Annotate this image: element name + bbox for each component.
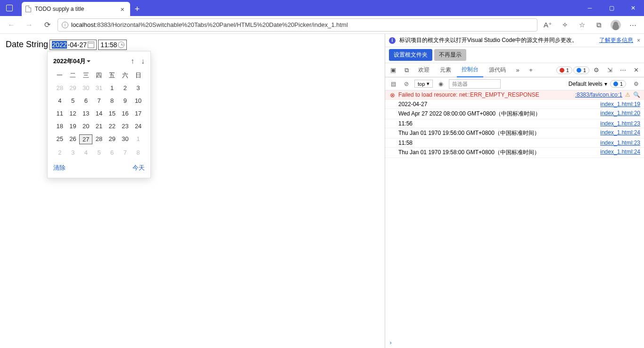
search-icon[interactable]: 🔍 bbox=[633, 91, 640, 98]
calendar-day[interactable]: 13 bbox=[79, 109, 92, 118]
calendar-day[interactable]: 1 bbox=[106, 83, 119, 92]
warning-icon[interactable]: ⚠ bbox=[625, 91, 630, 98]
filter-input[interactable] bbox=[449, 79, 501, 89]
calendar-day[interactable]: 4 bbox=[79, 148, 92, 157]
clear-button[interactable]: 清除 bbox=[53, 164, 66, 172]
source-link[interactable]: :8383/favicon.ico:1 bbox=[575, 91, 622, 98]
browser-tab[interactable]: TODO supply a title × bbox=[22, 2, 130, 16]
tab-overview-button[interactable] bbox=[0, 0, 19, 16]
calendar-day[interactable]: 29 bbox=[106, 134, 119, 144]
calendar-day[interactable]: 30 bbox=[79, 83, 92, 92]
console-settings-icon[interactable]: ⚙ bbox=[631, 79, 641, 89]
calendar-day[interactable]: 18 bbox=[53, 122, 66, 131]
source-link[interactable]: index_1.html:24 bbox=[600, 129, 640, 136]
calendar-day[interactable]: 7 bbox=[92, 96, 106, 105]
calendar-icon[interactable] bbox=[88, 41, 94, 48]
calendar-day[interactable]: 8 bbox=[106, 96, 119, 105]
tab-welcome[interactable]: 欢迎 bbox=[413, 63, 434, 77]
source-link[interactable]: index_1.html:19 bbox=[600, 101, 640, 108]
tab-sources[interactable]: 源代码 bbox=[484, 63, 511, 77]
today-button[interactable]: 今天 bbox=[132, 164, 145, 172]
more-menu-icon[interactable]: ⋯ bbox=[617, 64, 629, 76]
calendar-day[interactable]: 27 bbox=[79, 134, 92, 144]
info-count-badge[interactable]: 1 bbox=[573, 66, 589, 74]
calendar-day[interactable]: 6 bbox=[79, 96, 92, 105]
calendar-day[interactable]: 2 bbox=[119, 83, 132, 92]
dock-icon[interactable]: ⇲ bbox=[603, 64, 616, 76]
calendar-day[interactable]: 20 bbox=[79, 122, 92, 131]
calendar-day[interactable]: 25 bbox=[53, 134, 66, 144]
calendar-day[interactable]: 11 bbox=[53, 109, 66, 118]
calendar-day[interactable]: 14 bbox=[92, 109, 106, 118]
live-expression-icon[interactable]: ◉ bbox=[436, 79, 446, 89]
settings-icon[interactable]: ⚙ bbox=[590, 64, 603, 76]
tab-elements[interactable]: 元素 bbox=[435, 63, 456, 77]
maximize-button[interactable]: ▢ bbox=[601, 0, 622, 16]
tab-console[interactable]: 控制台 bbox=[457, 63, 483, 77]
calendar-day[interactable]: 7 bbox=[119, 148, 132, 157]
favorites-icon[interactable]: ☆ bbox=[574, 17, 589, 33]
calendar-day[interactable]: 5 bbox=[92, 148, 106, 157]
url-input[interactable]: i localhost:8383/Horizontal%20Switchable… bbox=[58, 18, 537, 32]
minimize-button[interactable]: ─ bbox=[579, 0, 601, 16]
calendar-day[interactable]: 31 bbox=[92, 83, 106, 92]
calendar-day[interactable]: 28 bbox=[92, 134, 106, 144]
read-aloud-icon[interactable]: A⁺ bbox=[540, 17, 555, 33]
calendar-day[interactable]: 9 bbox=[119, 96, 132, 105]
close-window-button[interactable]: ✕ bbox=[622, 0, 644, 16]
calendar-day[interactable]: 5 bbox=[66, 96, 80, 105]
set-root-button[interactable]: 设置根文件夹 bbox=[389, 49, 432, 61]
more-tabs-icon[interactable]: » bbox=[512, 64, 524, 76]
date-input[interactable]: 2022-04-27 bbox=[50, 40, 97, 50]
calendar-day[interactable]: 1 bbox=[132, 134, 145, 144]
calendar-day[interactable]: 22 bbox=[106, 122, 119, 131]
calendar-day[interactable]: 3 bbox=[66, 148, 80, 157]
month-year-selector[interactable]: 2022年04月 bbox=[53, 57, 91, 66]
calendar-day[interactable]: 16 bbox=[119, 109, 132, 118]
device-toggle-icon[interactable]: ⧉ bbox=[400, 64, 413, 76]
calendar-day[interactable]: 30 bbox=[119, 134, 132, 144]
calendar-day[interactable]: 24 bbox=[132, 122, 145, 131]
calendar-day[interactable]: 6 bbox=[106, 148, 119, 157]
inspect-icon[interactable]: ▣ bbox=[387, 64, 399, 76]
clock-icon[interactable] bbox=[118, 41, 124, 48]
new-tab-button[interactable]: + bbox=[130, 2, 144, 16]
calendar-day[interactable]: 21 bbox=[92, 122, 106, 131]
forward-button[interactable]: → bbox=[22, 17, 37, 33]
console-prompt[interactable]: › bbox=[385, 338, 644, 348]
calendar-day[interactable]: 17 bbox=[132, 109, 145, 118]
clear-console-button[interactable]: ⊘ bbox=[401, 79, 412, 89]
sidebar-toggle-icon[interactable]: ▤ bbox=[388, 79, 398, 89]
time-input[interactable]: 11:58 bbox=[98, 40, 127, 50]
prev-month-button[interactable]: ↑ bbox=[131, 57, 134, 66]
close-devtools-button[interactable]: ✕ bbox=[630, 64, 642, 76]
calendar-day[interactable]: 4 bbox=[53, 96, 66, 105]
source-link[interactable]: index_1.html:23 bbox=[600, 120, 640, 127]
source-link[interactable]: index_1.html:23 bbox=[600, 140, 640, 146]
calendar-day[interactable]: 15 bbox=[106, 109, 119, 118]
context-selector[interactable]: top▾ bbox=[414, 80, 433, 88]
next-month-button[interactable]: ↓ bbox=[141, 57, 145, 66]
calendar-day[interactable]: 10 bbox=[132, 96, 145, 105]
calendar-day[interactable]: 28 bbox=[53, 83, 66, 92]
error-count-badge[interactable]: 1 bbox=[556, 66, 572, 74]
calendar-day[interactable]: 19 bbox=[66, 122, 80, 131]
profile-avatar[interactable] bbox=[608, 17, 623, 33]
calendar-day[interactable]: 26 bbox=[66, 134, 80, 144]
add-tab-button[interactable]: + bbox=[525, 64, 537, 76]
back-button[interactable]: ← bbox=[4, 17, 19, 33]
log-levels-selector[interactable]: Default levels▾ bbox=[569, 81, 607, 87]
source-link[interactable]: index_1.html:24 bbox=[600, 149, 640, 155]
calendar-day[interactable]: 2 bbox=[53, 148, 66, 157]
issues-badge[interactable]: 1 bbox=[610, 80, 626, 88]
reload-button[interactable]: ⟳ bbox=[40, 17, 55, 33]
menu-button[interactable]: ⋯ bbox=[625, 17, 640, 33]
calendar-day[interactable]: 23 bbox=[119, 122, 132, 131]
dont-show-button[interactable]: 不再显示 bbox=[434, 49, 466, 61]
favorite-add-icon[interactable]: ✧ bbox=[557, 17, 572, 33]
learn-more-link[interactable]: 了解更多信息 bbox=[599, 36, 633, 44]
collections-icon[interactable]: ⧉ bbox=[591, 17, 606, 33]
dismiss-info-button[interactable]: × bbox=[637, 37, 640, 44]
calendar-day[interactable]: 8 bbox=[132, 148, 145, 157]
source-link[interactable]: index_1.html:20 bbox=[600, 110, 640, 116]
